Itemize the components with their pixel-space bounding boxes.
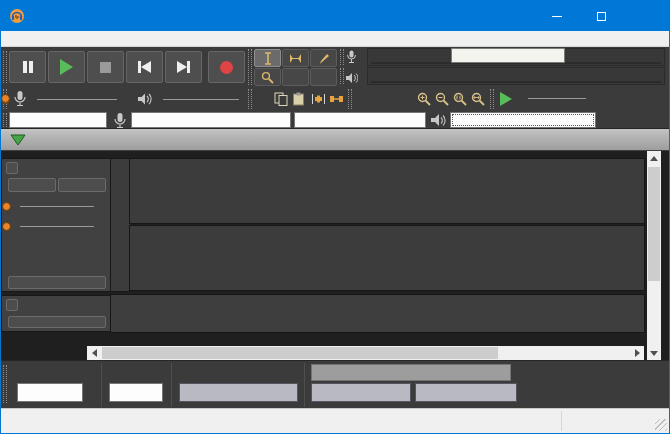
undo-grip[interactable] xyxy=(348,89,352,109)
silence-icon xyxy=(329,92,344,106)
redo-button[interactable] xyxy=(372,90,389,107)
cut-button[interactable] xyxy=(254,90,271,107)
horizontal-scroll-thumb[interactable] xyxy=(102,347,498,359)
playback-device-combo[interactable] xyxy=(450,112,596,128)
recording-meter-grip[interactable] xyxy=(340,49,344,65)
draw-tool-button[interactable] xyxy=(310,49,337,67)
record-volume-slider[interactable] xyxy=(37,99,117,100)
silence-audio-button[interactable] xyxy=(328,90,345,107)
waveform-channel-right[interactable] xyxy=(130,226,644,290)
zoom-out-button[interactable] xyxy=(433,90,450,107)
mute-button[interactable] xyxy=(8,178,56,192)
envelope-tool-button[interactable] xyxy=(282,49,309,67)
zoom-out-icon xyxy=(435,92,449,106)
snap-to-combo[interactable] xyxy=(109,383,163,402)
play-speed-grip[interactable] xyxy=(490,89,494,109)
pan-thumb[interactable] xyxy=(2,222,11,231)
audio-host-combo[interactable] xyxy=(9,112,107,128)
zoom-fit-button[interactable] xyxy=(469,90,486,107)
selection-tool-button[interactable] xyxy=(254,49,281,67)
vertical-scroll-thumb[interactable] xyxy=(648,167,660,281)
vertical-scale-ruler xyxy=(111,158,130,292)
pan-slider[interactable] xyxy=(20,226,94,227)
project-rate-combo[interactable] xyxy=(17,383,83,402)
waveform-channel-left[interactable] xyxy=(130,159,644,223)
transport-toolbar-grip[interactable] xyxy=(3,51,7,83)
audio-position-field[interactable] xyxy=(179,383,298,402)
selection-end-field[interactable] xyxy=(415,383,517,402)
label-track-canvas[interactable] xyxy=(111,295,644,332)
track-area xyxy=(1,151,669,360)
paste-icon xyxy=(292,92,305,106)
skip-to-end-button[interactable] xyxy=(165,51,202,83)
timeline-ruler[interactable] xyxy=(1,129,669,151)
zoom-tool-button[interactable] xyxy=(254,68,281,86)
record-button[interactable] xyxy=(208,51,245,83)
copy-button[interactable] xyxy=(272,90,289,107)
gain-thumb[interactable] xyxy=(2,202,11,211)
zoom-selection-button[interactable] xyxy=(451,90,468,107)
zoom-in-button[interactable] xyxy=(415,90,432,107)
selection-mode-combo[interactable] xyxy=(311,364,511,381)
waveform-canvas-left[interactable] xyxy=(130,159,644,223)
label-track-close-button[interactable] xyxy=(6,299,18,311)
stop-icon xyxy=(100,62,111,73)
horizontal-scrollbar[interactable] xyxy=(87,346,644,360)
close-button[interactable] xyxy=(624,1,669,31)
play-button[interactable] xyxy=(48,51,85,83)
track-collapse-button[interactable] xyxy=(8,276,106,289)
title-bar[interactable] xyxy=(1,1,669,31)
waveform-canvas-right[interactable] xyxy=(130,226,644,290)
timeline-options-button[interactable] xyxy=(9,133,27,151)
divider xyxy=(101,363,102,407)
device-toolbar-grip[interactable] xyxy=(3,113,7,127)
left-arrow-icon xyxy=(92,349,97,357)
recording-channels-combo[interactable] xyxy=(294,112,426,128)
down-arrow-icon xyxy=(650,351,658,356)
scroll-down-arrow[interactable] xyxy=(647,346,661,360)
tools-toolbar-grip[interactable] xyxy=(248,49,252,85)
recording-device-combo[interactable] xyxy=(131,112,291,128)
scroll-up-arrow[interactable] xyxy=(647,151,661,165)
undo-button[interactable] xyxy=(354,90,371,107)
scroll-right-arrow[interactable] xyxy=(630,346,644,360)
maximize-icon xyxy=(597,12,606,21)
trim-audio-button[interactable] xyxy=(310,90,327,107)
playback-meter[interactable] xyxy=(367,67,665,85)
solo-button[interactable] xyxy=(58,178,106,192)
right-arrow-icon xyxy=(635,349,640,357)
scroll-left-arrow[interactable] xyxy=(87,346,101,360)
minimize-button[interactable] xyxy=(534,1,579,31)
resize-grip[interactable] xyxy=(655,419,667,431)
maximize-button[interactable] xyxy=(579,1,624,31)
trim-icon xyxy=(311,92,326,106)
monitoring-tooltip xyxy=(451,48,565,63)
selection-toolbar-grip[interactable] xyxy=(3,365,7,403)
divider xyxy=(304,363,305,407)
edit-toolbar-grip[interactable] xyxy=(248,89,252,109)
status-bar xyxy=(1,408,669,433)
play-speed-slider[interactable] xyxy=(528,98,586,99)
stop-button[interactable] xyxy=(87,51,124,83)
skip-end-icon xyxy=(187,61,190,73)
vertical-scrollbar[interactable] xyxy=(647,151,661,360)
toolbar-dock xyxy=(1,47,669,129)
playback-volume-slider[interactable] xyxy=(163,99,239,100)
selection-start-field[interactable] xyxy=(311,383,411,402)
gain-slider[interactable] xyxy=(20,206,94,207)
menubar xyxy=(1,31,669,47)
play-at-speed-button[interactable] xyxy=(496,89,516,108)
pause-button[interactable] xyxy=(9,51,46,83)
paste-button[interactable] xyxy=(290,90,307,107)
label-track-panel xyxy=(1,295,111,332)
multi-tool-button[interactable] xyxy=(310,68,337,86)
play-speed-thumb[interactable] xyxy=(1,94,10,103)
track-close-button[interactable] xyxy=(6,162,18,174)
time-shift-tool-button[interactable] xyxy=(282,68,309,86)
label-track-collapse-button[interactable] xyxy=(8,316,106,328)
pencil-icon xyxy=(317,52,330,65)
playback-meter-grip[interactable] xyxy=(340,68,344,84)
timeline-pin-icon xyxy=(9,133,27,147)
mixer-speaker-icon xyxy=(137,92,152,110)
skip-to-start-button[interactable] xyxy=(126,51,163,83)
